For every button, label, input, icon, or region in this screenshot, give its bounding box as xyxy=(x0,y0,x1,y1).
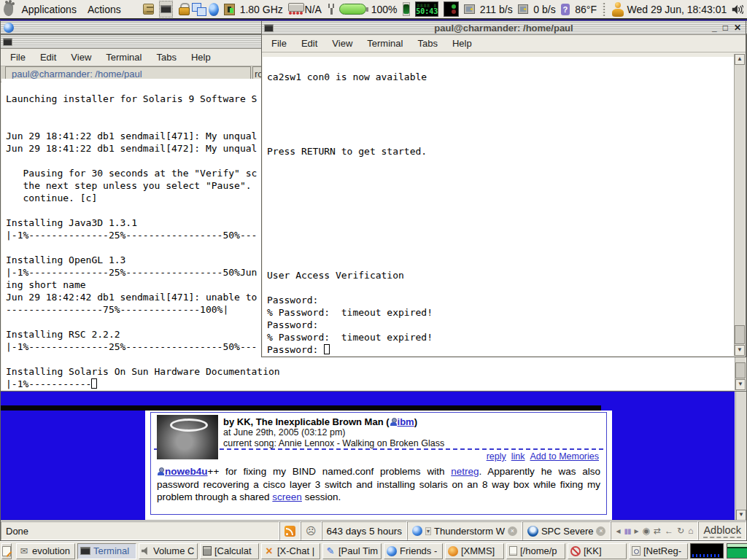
wifi-applet-icon[interactable] xyxy=(288,3,300,15)
back-arrow-icon[interactable]: ← xyxy=(665,526,673,536)
journal-entry: by KK, The Inexplicable Brown Man (ibm) … xyxy=(150,412,607,515)
lock-screen-icon[interactable] xyxy=(178,3,187,15)
reply-link[interactable]: reply xyxy=(487,451,506,462)
weather-unknown-icon[interactable]: ? xyxy=(561,4,570,15)
journal-content-column: by KK, The Inexplicable Brown Man (ibm) … xyxy=(145,411,612,521)
task-button-label: [Paul Tim xyxy=(338,545,378,556)
face-status-segment[interactable]: ☹ xyxy=(301,521,322,540)
fg-terminal-screen[interactable]: ca2sw1 con0 is now availablePress RETURN… xyxy=(263,57,734,356)
task-button-friends[interactable]: Friends - xyxy=(384,543,443,559)
userpic-image[interactable] xyxy=(157,415,218,459)
menu-terminal[interactable]: Terminal xyxy=(106,52,142,63)
terminal-line xyxy=(267,158,734,170)
fg-terminal-scrollbar[interactable]: ▲ ▼ xyxy=(734,54,745,356)
adblock-status[interactable]: Adblock xyxy=(698,521,746,540)
shuffle-icon[interactable]: ⇄ xyxy=(654,526,661,536)
gold-figure-icon[interactable] xyxy=(611,2,622,17)
cpu-frequency-icon[interactable] xyxy=(224,4,235,15)
menu-edit[interactable]: Edit xyxy=(40,52,56,63)
close-button[interactable]: ✕ xyxy=(734,23,741,33)
foreground-terminal-window[interactable]: paul@charmander: /home/paul _ □ ✕ File E… xyxy=(261,20,746,357)
actions-menu[interactable]: Actions xyxy=(85,4,124,15)
gnome-foot-icon[interactable] xyxy=(4,2,13,16)
sad-face-icon[interactable]: ☹ xyxy=(306,526,317,536)
eye-icon[interactable]: ◉ xyxy=(643,526,650,536)
netreg-link[interactable]: netreg xyxy=(451,466,479,477)
prev-icon[interactable]: ◂ xyxy=(616,526,620,536)
task-button-x-chat[interactable]: [X-Chat | xyxy=(261,543,320,559)
desktop: by KK, The Inexplicable Brown Man (ibm) … xyxy=(0,0,747,560)
menu-file[interactable]: File xyxy=(271,38,287,49)
task-button-paul-tim[interactable]: [Paul Tim xyxy=(322,543,382,559)
minimize-button[interactable]: _ xyxy=(712,23,717,33)
tab-label[interactable]: SPC Severe xyxy=(541,526,594,537)
menu-edit[interactable]: Edit xyxy=(301,38,317,49)
pause-icon[interactable]: ▮▮ xyxy=(624,527,631,535)
terminal-line xyxy=(267,207,734,219)
tab-label[interactable]: Thunderstorm W xyxy=(434,526,505,537)
bottom-tab-spc-severe[interactable]: SPC Severe × xyxy=(522,521,611,540)
battery-charge-bar[interactable] xyxy=(339,4,366,15)
volume-speaker-icon[interactable] xyxy=(732,3,743,16)
menu-view[interactable]: View xyxy=(71,52,91,63)
home-icon[interactable]: ⌂ xyxy=(688,526,693,536)
task-button-xmms[interactable]: [XMMS] xyxy=(445,543,504,559)
menu-terminal[interactable]: Terminal xyxy=(367,38,403,49)
menu-tabs[interactable]: Tabs xyxy=(417,38,437,49)
menu-file[interactable]: File xyxy=(10,52,26,63)
task-button-volume-c[interactable]: Volume C xyxy=(139,543,198,559)
timer-applet[interactable]: 8888 8 50:43 xyxy=(415,1,438,17)
panel-handle[interactable] xyxy=(602,1,606,18)
rss-status-segment[interactable] xyxy=(279,521,301,540)
task-button-terminal[interactable]: Terminal xyxy=(77,543,136,559)
task-button-netreg[interactable]: [NetReg- xyxy=(629,543,688,559)
task-button-calculat[interactable]: [Calculat xyxy=(200,543,259,559)
notes-applet-button[interactable] xyxy=(1,543,12,559)
panel-clock[interactable]: Wed 29 Jun, 18:43:01 xyxy=(627,4,727,15)
tab-close-icon[interactable]: × xyxy=(596,526,605,536)
rss-icon[interactable] xyxy=(285,526,295,537)
tab-close-icon[interactable]: × xyxy=(508,526,517,536)
scroll-down-arrow[interactable]: ▼ xyxy=(736,510,746,521)
windows-launcher-icon[interactable] xyxy=(192,3,204,15)
screenshot-launcher-icon[interactable] xyxy=(159,1,173,18)
menu-view[interactable]: View xyxy=(332,38,352,49)
document-icon xyxy=(509,546,517,556)
scroll-down-arrow[interactable]: ▼ xyxy=(735,379,746,390)
scrollbar-thumb[interactable] xyxy=(735,325,745,344)
next-icon[interactable]: ▸ xyxy=(635,526,639,536)
reload-icon[interactable]: ↻ xyxy=(677,526,684,536)
globe-icon xyxy=(387,546,397,556)
memory-load-graph[interactable] xyxy=(727,543,747,559)
fg-terminal-titlebar[interactable]: paul@charmander: /home/paul _ □ ✕ xyxy=(262,21,746,35)
task-button-home-p[interactable]: [/home/p xyxy=(506,543,565,559)
menu-help[interactable]: Help xyxy=(191,52,211,63)
file-manager-launcher-icon[interactable] xyxy=(143,4,154,15)
entry-current-song: current song: Annie Lennox - Walking on … xyxy=(223,438,600,449)
menu-help[interactable]: Help xyxy=(452,38,472,49)
task-button-evolution[interactable]: evolution xyxy=(16,543,75,559)
task-button-kk[interactable]: [KK] xyxy=(568,543,627,559)
scroll-down-arrow[interactable]: ▼ xyxy=(735,345,745,356)
web-browser-launcher-icon[interactable] xyxy=(209,3,219,16)
tab-dropdown-icon[interactable]: ▾ xyxy=(425,527,431,535)
scrollbar-thumb[interactable] xyxy=(735,362,746,378)
author-link[interactable]: ibm xyxy=(398,416,414,427)
screen-link[interactable]: screen xyxy=(272,491,302,502)
add-to-memories-link[interactable]: Add to Memories xyxy=(530,451,599,462)
menu-tabs[interactable]: Tabs xyxy=(156,52,176,63)
modem-rx-icon[interactable] xyxy=(518,4,529,14)
noweb4u-link[interactable]: noweb4u xyxy=(165,466,208,477)
permalink-link[interactable]: link xyxy=(511,451,525,462)
led-applet[interactable] xyxy=(403,2,411,16)
blocked-icon xyxy=(570,546,581,556)
status-lights-applet[interactable] xyxy=(444,1,459,17)
scroll-up-arrow[interactable]: ▲ xyxy=(735,54,745,65)
byline-close: ) xyxy=(414,416,417,427)
modem-tx-icon[interactable] xyxy=(464,4,475,14)
maximize-button[interactable]: □ xyxy=(723,23,728,33)
network-load-graph[interactable] xyxy=(690,543,724,559)
applications-menu[interactable]: Applications xyxy=(18,4,80,15)
bottom-tab-thunderstorm[interactable]: ▾ Thunderstorm W × xyxy=(407,521,522,540)
tab-globe-icon xyxy=(412,526,422,536)
